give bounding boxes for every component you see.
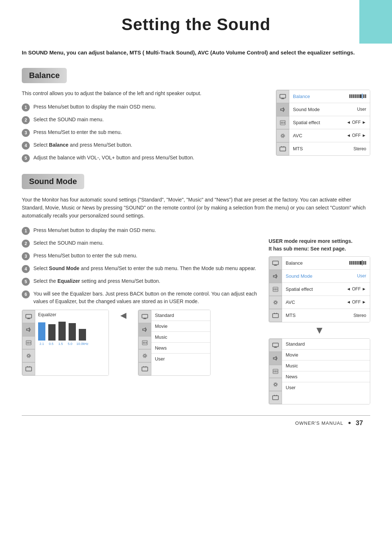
intro-paragraph: In SOUND Menu, you can adjust balance, M… (22, 49, 370, 57)
osd2-icon-eq (269, 283, 282, 296)
balance-step-1: 1 Press Menu/set button to display the m… (22, 103, 265, 111)
sm-num-6: 6 (22, 290, 30, 298)
submenu-user: User (151, 354, 210, 364)
sound-mode-left: 1 Press Menu/set button to display the m… (22, 227, 258, 404)
submenu-icon-gear (138, 349, 151, 362)
step-num-2: 2 (22, 116, 30, 124)
eq-title: Equalizer (38, 312, 106, 317)
sm-num-4: 4 (22, 265, 30, 273)
osd2-row-avc: AVC ◄ OFF ► (282, 296, 370, 309)
submenu-icons (138, 310, 151, 375)
sm-text-2: Select the SOUND main menu. (33, 239, 104, 247)
osd2-balance-bar (349, 260, 366, 265)
submenu-r-music: Music (282, 360, 370, 371)
osd-value-spatial: ◄ OFF ► (347, 120, 366, 125)
svg-point-60 (274, 383, 277, 386)
svg-point-9 (281, 134, 285, 138)
eq-icons-col (22, 310, 35, 375)
sound-mode-intro: Your the Monitor has four automatic soun… (22, 196, 370, 220)
eq-panel: Equalizer (22, 310, 109, 376)
osd2-label-spatial: Spatial effect (286, 286, 313, 292)
sm-step-6: 6 You will see the Equalizer bars. Just … (22, 290, 258, 305)
osd-label-spatial: Spatial effect (293, 120, 320, 125)
eq-bar-dark-5 (79, 329, 86, 341)
osd-icon-monitor (276, 90, 289, 103)
submenu-r-icon-eq (269, 365, 282, 378)
osd2-value-mts: Stereo (354, 313, 366, 318)
submenu-rows: Standard Movie Music News User (151, 310, 210, 375)
svg-rect-10 (280, 147, 286, 151)
submenu-r-icon-monitor (269, 339, 282, 352)
step-text-3: Press Menu/Set to enter the sub menu. (33, 129, 122, 136)
eq-icon-bars (22, 336, 35, 349)
svg-rect-0 (280, 94, 286, 98)
step-num-3: 3 (22, 129, 30, 137)
balance-osd: Balance Sound Mode User (276, 90, 370, 156)
eq-freq-1: 2.1 (38, 342, 45, 346)
svg-marker-42 (273, 274, 276, 278)
osd2-row-balance: Balance (282, 257, 370, 270)
sm-step-3: 3 Press Menu/Set button to enter the sub… (22, 252, 258, 260)
step-num-4: 4 (22, 142, 30, 150)
balance-title: Balance (29, 71, 60, 80)
osd2-icons (269, 257, 282, 322)
svg-marker-16 (26, 328, 29, 331)
eq-icon-speaker (22, 323, 35, 336)
footer-rule (22, 415, 370, 416)
osd2-icon-monitor (269, 257, 282, 270)
eq-bar-dark-3 (58, 322, 66, 341)
submenu-icon-eq (138, 336, 151, 349)
osd2-value-spatial: ◄ OFF ► (347, 286, 366, 292)
osd-row-spatial: Spatial effect ◄ OFF ► (289, 116, 370, 129)
osd2-icon-speaker (269, 270, 282, 283)
page-title: Setting the Sound (0, 0, 392, 45)
step-num-1: 1 (22, 103, 30, 111)
svg-marker-3 (281, 108, 283, 111)
osd2-label-balance: Balance (286, 260, 303, 266)
sm-num-2: 2 (22, 240, 30, 248)
submenu-r-icon-tv (269, 391, 282, 404)
submenu-r-standard: Standard (282, 339, 370, 350)
osd2-row-mts: MTS Stereo (282, 309, 370, 322)
osd-row-soundmode: Sound Mode User (289, 103, 370, 116)
svg-point-8 (282, 135, 284, 137)
eq-bar-dark-4 (69, 323, 76, 341)
osd2-value-avc: ◄ OFF ► (347, 300, 366, 305)
eq-freq-labels: 2.1 0.5 1.5 5.0 10.0kHz (38, 342, 106, 346)
svg-point-48 (274, 300, 278, 304)
sm-step-4: 4 Select Sound Mode and press Menu/Set t… (22, 265, 258, 273)
osd-label-avc: AVC (293, 133, 302, 138)
submenu-right-icons (269, 339, 282, 404)
submenu-r-movie: Movie (282, 350, 370, 360)
osd2-row-spatial: Spatial effect ◄ OFF ► (282, 283, 370, 296)
submenu-music: Music (151, 332, 210, 343)
osd-icon-gear (276, 129, 289, 142)
eq-bar-2 (48, 324, 56, 341)
submenu-r-user: User (282, 382, 370, 393)
osd-value-mts: Stereo (354, 146, 366, 151)
balance-step-5: 5 Adjust the balance with VOL-, VOL+ but… (22, 154, 265, 162)
eq-freq-2: 0.5 (48, 342, 55, 346)
sound-mode-header-bar: Sound Mode (22, 174, 84, 189)
osd-label-mts: MTS (293, 146, 303, 151)
bottom-panels: Equalizer (22, 310, 258, 376)
eq-bar-1 (38, 322, 45, 341)
submenu-icon-speaker (138, 323, 151, 336)
eq-bars-container (38, 319, 106, 341)
balance-intro: This control allows you to adjust the ba… (22, 90, 265, 97)
svg-rect-52 (273, 343, 278, 347)
svg-rect-26 (142, 314, 148, 318)
osd-label-soundmode: Sound Mode (293, 107, 320, 112)
sm-text-6: You will see the Equalizer bars. Just pr… (33, 290, 258, 305)
eq-icon-tv (22, 362, 35, 375)
arrow-left-icon: ◄ (118, 310, 128, 321)
user-mode-note-text: USER mode require more settings.It has s… (269, 238, 352, 252)
sm-text-5: Select the Equalizer setting and press M… (33, 277, 160, 285)
osd-icon-tv (276, 142, 289, 155)
osd2-label-soundmode: Sound Mode (286, 273, 313, 279)
step-num-5: 5 (22, 154, 30, 162)
osd-label-balance: Balance (293, 94, 310, 99)
svg-point-34 (144, 355, 146, 357)
balance-step-2: 2 Select the SOUND main menu. (22, 116, 265, 124)
eq-icon-monitor (22, 310, 35, 323)
